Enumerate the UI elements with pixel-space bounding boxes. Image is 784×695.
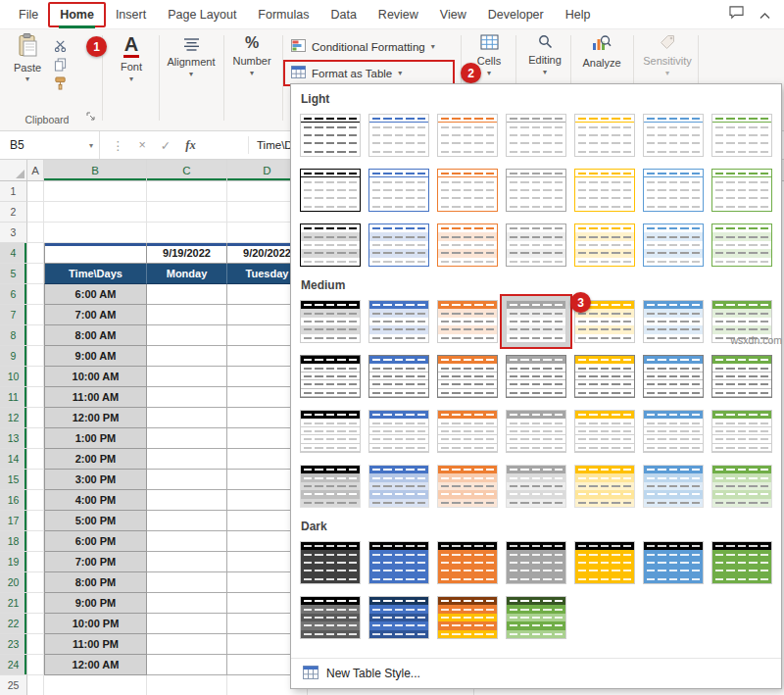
cell-C-13[interactable] — [147, 428, 227, 449]
cell-C-7[interactable] — [147, 305, 227, 325]
table-style-thumbnail[interactable] — [574, 169, 635, 212]
cell-C-6[interactable] — [147, 284, 227, 305]
cell-A-17[interactable] — [27, 511, 44, 531]
table-style-thumbnail[interactable] — [300, 465, 361, 508]
cell-C-10[interactable] — [147, 367, 227, 387]
table-style-thumbnail[interactable] — [368, 410, 429, 453]
row-header-19[interactable]: 19 — [0, 552, 27, 572]
cell-A-8[interactable] — [27, 325, 44, 346]
analyze-data-button[interactable]: Analyze — [576, 34, 627, 69]
cell-A-2[interactable] — [27, 202, 44, 223]
comment-icon[interactable] — [729, 6, 744, 24]
cell-B-6[interactable]: 6:00 AM — [44, 284, 147, 305]
cell-C-3[interactable] — [147, 223, 227, 243]
cell-B-23[interactable]: 11:00 PM — [44, 634, 147, 655]
table-style-thumbnail[interactable] — [300, 410, 361, 453]
tab-data[interactable]: Data — [319, 1, 367, 28]
cell-B-18[interactable]: 6:00 PM — [44, 531, 147, 552]
row-header-12[interactable]: 12 — [0, 408, 27, 428]
row-header-3[interactable]: 3 — [0, 223, 27, 243]
table-style-thumbnail[interactable] — [643, 169, 704, 212]
cell-A-24[interactable] — [27, 655, 44, 675]
table-style-thumbnail[interactable] — [437, 410, 498, 453]
row-header-10[interactable]: 10 — [0, 367, 27, 387]
copy-button[interactable] — [49, 56, 71, 73]
name-box-chevron-icon[interactable]: ▾ — [89, 141, 93, 150]
table-style-thumbnail[interactable] — [368, 223, 429, 267]
table-style-thumbnail[interactable] — [300, 541, 361, 584]
cell-B-21[interactable]: 9:00 PM — [44, 593, 147, 614]
row-header-8[interactable]: 8 — [0, 325, 27, 346]
cell-B-8[interactable]: 8:00 AM — [44, 325, 147, 346]
table-style-thumbnail[interactable] — [368, 355, 429, 398]
row-header-17[interactable]: 17 — [0, 511, 27, 531]
table-style-thumbnail[interactable] — [506, 169, 566, 212]
cell-A-3[interactable] — [27, 223, 44, 243]
cell-B-24[interactable]: 12:00 AM — [44, 655, 147, 675]
tab-view[interactable]: View — [429, 1, 477, 28]
cell-B-1[interactable] — [44, 181, 147, 202]
cell-C-9[interactable] — [147, 346, 227, 367]
row-header-20[interactable]: 20 — [0, 572, 27, 593]
cell-A-19[interactable] — [27, 552, 44, 572]
cell-C-15[interactable] — [147, 470, 227, 490]
table-style-thumbnail[interactable] — [574, 541, 635, 584]
cell-A-23[interactable] — [27, 634, 44, 655]
table-style-thumbnail[interactable] — [300, 114, 361, 157]
cell-B-14[interactable]: 2:00 PM — [44, 449, 147, 470]
tab-insert[interactable]: Insert — [105, 1, 157, 28]
row-header-1[interactable]: 1 — [0, 181, 27, 202]
table-style-thumbnail[interactable] — [643, 114, 704, 157]
paste-button[interactable]: Paste ▾ — [8, 33, 47, 83]
table-style-thumbnail[interactable] — [368, 169, 429, 212]
tab-page-layout[interactable]: Page Layout — [157, 1, 247, 28]
column-header-C[interactable]: C — [147, 160, 227, 180]
name-box[interactable]: B5 ▾ — [0, 131, 100, 159]
row-header-2[interactable]: 2 — [0, 202, 27, 223]
table-style-thumbnail[interactable] — [506, 465, 566, 508]
active-cell-B5[interactable]: Time\Days — [44, 264, 147, 284]
cancel-icon[interactable]: × — [139, 138, 146, 152]
format-painter-button[interactable] — [49, 74, 71, 91]
cell-A-6[interactable] — [27, 284, 44, 305]
table-style-thumbnail[interactable] — [711, 410, 772, 453]
table-style-thumbnail[interactable] — [711, 114, 772, 157]
row-header-23[interactable]: 23 — [0, 634, 27, 655]
clipboard-dialog-launcher-icon[interactable] — [86, 107, 95, 124]
cell-C-18[interactable] — [147, 531, 227, 552]
row-header-5[interactable]: 5 — [0, 264, 27, 284]
table-style-thumbnail[interactable] — [506, 223, 566, 267]
table-style-thumbnail[interactable] — [711, 465, 772, 508]
cell-B-12[interactable]: 12:00 PM — [44, 408, 147, 428]
select-all-corner[interactable] — [0, 160, 27, 180]
cell-B-16[interactable]: 4:00 PM — [44, 490, 147, 511]
row-header-13[interactable]: 13 — [0, 428, 27, 449]
cell-A-22[interactable] — [27, 614, 44, 634]
cell-C-17[interactable] — [147, 511, 227, 531]
cell-A-7[interactable] — [27, 305, 44, 325]
row-header-14[interactable]: 14 — [0, 449, 27, 470]
table-style-thumbnail[interactable] — [711, 169, 772, 212]
cell-C-4[interactable]: 9/19/2022 — [147, 243, 227, 264]
cell-A-5[interactable] — [27, 264, 44, 284]
font-group-button[interactable]: A Font ▾ — [108, 34, 155, 83]
table-style-thumbnail[interactable] — [643, 355, 704, 398]
cell-A-1[interactable] — [27, 181, 44, 202]
cell-B-22[interactable]: 10:00 PM — [44, 614, 147, 634]
cell-A-4[interactable] — [27, 243, 44, 264]
cell-B-2[interactable] — [44, 202, 147, 223]
table-style-thumbnail[interactable] — [711, 223, 772, 267]
alignment-group-button[interactable]: Alignment ▾ — [163, 34, 220, 78]
tab-developer[interactable]: Developer — [477, 1, 555, 28]
cell-A-12[interactable] — [27, 408, 44, 428]
table-style-thumbnail[interactable] — [643, 541, 704, 584]
row-header-18[interactable]: 18 — [0, 531, 27, 552]
row-header-22[interactable]: 22 — [0, 614, 27, 634]
cell-B-13[interactable]: 1:00 PM — [44, 428, 147, 449]
cell-C-16[interactable] — [147, 490, 227, 511]
cell-C-2[interactable] — [147, 202, 227, 223]
table-style-thumbnail[interactable] — [574, 223, 635, 267]
cell-C-20[interactable] — [147, 572, 227, 593]
cell-C-14[interactable] — [147, 449, 227, 470]
cell-C-8[interactable] — [147, 325, 227, 346]
